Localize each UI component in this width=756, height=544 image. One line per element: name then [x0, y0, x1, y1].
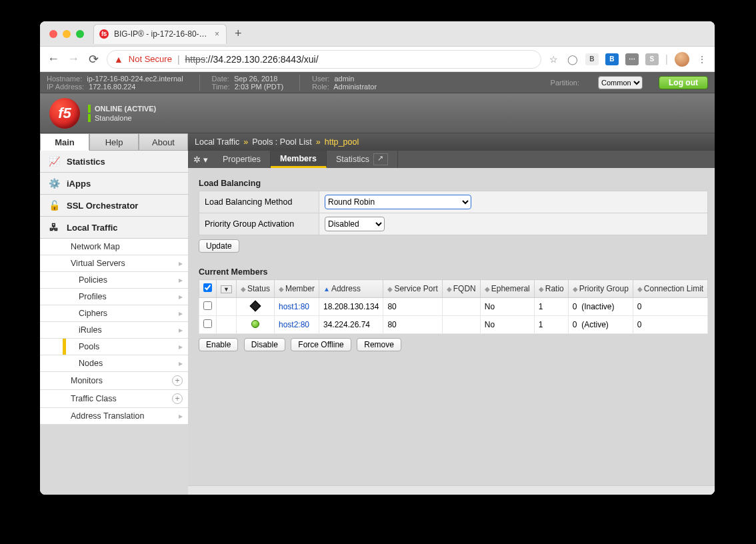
tab-title: BIG-IP® - ip-172-16-80-224.ec…	[114, 29, 209, 39]
forward-button[interactable]: →	[67, 52, 80, 66]
chevron-right-icon: ▸	[179, 359, 183, 368]
member-link[interactable]: host2:80	[279, 320, 309, 329]
sidebar-profiles[interactable]: Profiles▸	[40, 289, 188, 305]
update-button[interactable]: Update	[199, 239, 239, 253]
sidebar-virtual-servers[interactable]: Virtual Servers▸	[40, 255, 188, 272]
col-status[interactable]: Status	[247, 284, 270, 293]
role-label: Role:	[312, 83, 329, 91]
app-body: Main Help About 📈 Statistics ⚙️ iApps 🔓	[40, 133, 715, 495]
extension-gray-icon[interactable]: ⋯	[625, 53, 639, 65]
ip-value: 172.16.80.224	[89, 83, 135, 91]
sidebar-monitors[interactable]: Monitors+	[40, 372, 188, 390]
browser-tab[interactable]: f5 BIG-IP® - ip-172-16-80-224.ec… ×	[93, 24, 227, 44]
partition-label: Partition:	[551, 79, 579, 87]
logout-button[interactable]: Log out	[659, 76, 708, 89]
col-fqdn[interactable]: FQDN	[453, 284, 476, 293]
sidebar-policies[interactable]: Policies▸	[40, 272, 188, 289]
col-connection-limit[interactable]: Connection Limit	[644, 284, 703, 293]
ip-label: IP Address:	[47, 83, 84, 91]
tab-members[interactable]: Members	[271, 151, 327, 168]
url-box[interactable]: ▲ Not Secure | https://34.229.130.226:84…	[107, 50, 541, 69]
pga-label: Priority Group Activation	[199, 213, 319, 235]
sidebar-traffic-class[interactable]: Traffic Class+	[40, 390, 188, 408]
chevron-right-icon: ▸	[179, 325, 183, 335]
popout-icon[interactable]: ↗	[373, 153, 388, 165]
sidebar-irules[interactable]: iRules▸	[40, 322, 188, 339]
new-tab-button[interactable]: +	[235, 27, 242, 41]
extension-s-icon[interactable]: S	[645, 53, 659, 65]
close-window-icon[interactable]	[49, 30, 57, 38]
user-label: User:	[312, 75, 329, 83]
enable-button[interactable]: Enable	[199, 338, 238, 351]
tab-statistics[interactable]: Statistics ↗	[327, 151, 398, 168]
close-tab-icon[interactable]: ×	[215, 29, 219, 39]
tab-properties[interactable]: Properties	[213, 151, 271, 168]
extension-circle-icon[interactable]: ◯	[567, 53, 579, 65]
sidebar-pools[interactable]: Pools▸	[40, 339, 188, 355]
pga-select[interactable]: Disabled	[325, 217, 385, 231]
warning-icon: ▲	[114, 54, 123, 65]
extension-b1-icon[interactable]: B	[585, 53, 599, 65]
lb-method-label: Load Balancing Method	[199, 191, 319, 213]
browser-window: f5 BIG-IP® - ip-172-16-80-224.ec… × + ← …	[40, 21, 715, 495]
back-button[interactable]: ←	[47, 52, 60, 66]
status-unknown-icon	[249, 300, 261, 311]
minimize-window-icon[interactable]	[63, 30, 71, 38]
chevron-right-icon: ▸	[179, 309, 183, 318]
nav-tab-about[interactable]: About	[139, 133, 188, 151]
horizontal-scrollbar[interactable]	[188, 485, 715, 495]
sidebar-nodes[interactable]: Nodes▸	[40, 355, 188, 372]
row-checkbox[interactable]	[203, 319, 212, 328]
info-bar: Hostname: ip-172-16-80-224.ec2.internal …	[40, 72, 715, 93]
sidebar-item-statistics[interactable]: 📈 Statistics	[40, 151, 188, 173]
members-table: ▼ ◆Status ◆Member ▲Address ◆Service Port…	[199, 279, 708, 334]
sidebar-item-ssl[interactable]: 🔓 SSL Orchestrator	[40, 195, 188, 217]
col-priority-group[interactable]: Priority Group	[579, 284, 629, 293]
plus-icon[interactable]: +	[172, 375, 183, 386]
profile-avatar[interactable]	[675, 52, 689, 67]
col-port[interactable]: Service Port	[394, 284, 437, 293]
partition-select[interactable]: Common	[598, 76, 643, 89]
sidebar-address-translation[interactable]: Address Translation▸	[40, 408, 188, 425]
nav-tab-main[interactable]: Main	[40, 133, 89, 151]
cell-ratio: 1	[534, 316, 568, 334]
sidebar-item-iapps[interactable]: ⚙️ iApps	[40, 173, 188, 195]
row-checkbox[interactable]	[203, 301, 212, 310]
filter-dropdown-icon[interactable]: ▼	[221, 285, 232, 293]
time-label: Time:	[212, 83, 230, 91]
crumb-pool-list[interactable]: Pools : Pool List	[252, 137, 312, 147]
reload-button[interactable]: ⟳	[87, 52, 100, 67]
date-value: Sep 26, 2018	[234, 75, 277, 83]
cell-address: 18.208.130.134	[319, 298, 383, 316]
url-scheme: https	[185, 54, 205, 65]
sidebar-local-label: Local Traffic	[67, 223, 118, 233]
chevron-right-icon: ▸	[179, 342, 183, 351]
time-value: 2:03 PM (PDT)	[235, 83, 283, 91]
sidebar-iapps-label: iApps	[67, 179, 91, 189]
disable-button[interactable]: Disable	[244, 338, 285, 351]
cell-port: 80	[383, 298, 442, 316]
cell-priority-group: 0 (Active)	[568, 316, 633, 334]
maximize-window-icon[interactable]	[76, 30, 84, 38]
sidebar-netmap[interactable]: Network Map	[40, 239, 188, 255]
cell-port: 80	[383, 316, 442, 334]
chevron-right-icon: ▸	[179, 292, 183, 301]
star-icon[interactable]: ☆	[548, 53, 560, 65]
kebab-menu-icon[interactable]: ⋮	[696, 53, 708, 65]
nav-tab-help[interactable]: Help	[89, 133, 139, 151]
gear-icon[interactable]: ✲ ▾	[188, 155, 213, 165]
select-all-checkbox[interactable]	[203, 283, 212, 292]
extension-b2-icon[interactable]: B	[605, 53, 619, 65]
member-link[interactable]: host1:80	[279, 302, 309, 311]
remove-button[interactable]: Remove	[357, 338, 401, 351]
plus-icon[interactable]: +	[172, 393, 183, 404]
force-offline-button[interactable]: Force Offline	[291, 338, 351, 351]
sidebar-item-local-traffic[interactable]: 🖧 Local Traffic	[40, 217, 188, 239]
col-address[interactable]: Address	[331, 284, 361, 293]
sidebar-ciphers[interactable]: Ciphers▸	[40, 305, 188, 322]
crumb-local-traffic[interactable]: Local Traffic	[195, 137, 239, 147]
col-ratio[interactable]: Ratio	[545, 284, 564, 293]
col-ephemeral[interactable]: Ephemeral	[491, 284, 530, 293]
col-member[interactable]: Member	[285, 284, 315, 293]
lb-method-select[interactable]: Round Robin	[325, 195, 471, 209]
